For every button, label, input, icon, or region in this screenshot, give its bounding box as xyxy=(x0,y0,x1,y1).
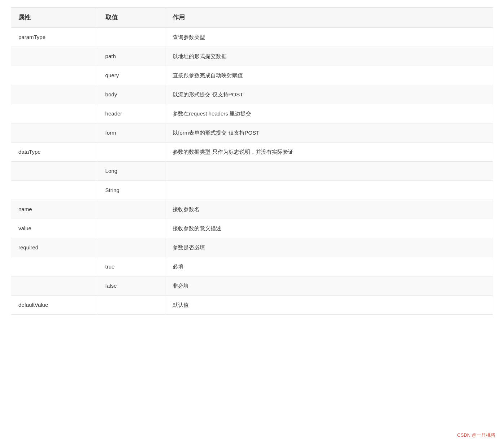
cell-desc: 以form表单的形式提交 仅支持POST xyxy=(165,123,493,143)
cell-desc: 直接跟参数完成自动映射赋值 xyxy=(165,66,493,85)
cell-desc: 参数在request headers 里边提交 xyxy=(165,104,493,123)
cell-desc: 必填 xyxy=(165,257,493,276)
table-row: defaultValue默认值 xyxy=(11,296,493,315)
cell-desc: 参数是否必填 xyxy=(165,238,493,257)
cell-attr: value xyxy=(11,219,98,238)
table-row: paramType查询参数类型 xyxy=(11,28,493,47)
cell-value xyxy=(98,219,165,238)
cell-value: query xyxy=(98,66,165,85)
table-row: query直接跟参数完成自动映射赋值 xyxy=(11,66,493,85)
cell-value: String xyxy=(98,181,165,200)
cell-value: false xyxy=(98,276,165,296)
table-row: Long xyxy=(11,162,493,181)
table-row: true必填 xyxy=(11,257,493,276)
header-desc: 作用 xyxy=(165,8,493,28)
main-table: 属性 取值 作用 paramType查询参数类型path以地址的形式提交数据qu… xyxy=(11,8,493,315)
cell-desc: 默认值 xyxy=(165,296,493,315)
table-row: form以form表单的形式提交 仅支持POST xyxy=(11,123,493,143)
cell-attr xyxy=(11,47,98,66)
table-row: required参数是否必填 xyxy=(11,238,493,257)
cell-desc: 非必填 xyxy=(165,276,493,296)
page-container: 属性 取值 作用 paramType查询参数类型path以地址的形式提交数据qu… xyxy=(0,0,504,445)
cell-attr xyxy=(11,104,98,123)
cell-value xyxy=(98,200,165,219)
header-value: 取值 xyxy=(98,8,165,28)
table-row: path以地址的形式提交数据 xyxy=(11,47,493,66)
cell-value: Long xyxy=(98,162,165,181)
table-row: body以流的形式提交 仅支持POST xyxy=(11,85,493,104)
cell-attr: dataType xyxy=(11,143,98,162)
cell-attr: name xyxy=(11,200,98,219)
cell-desc: 接收参数名 xyxy=(165,200,493,219)
table-row: name接收参数名 xyxy=(11,200,493,219)
cell-attr xyxy=(11,276,98,296)
cell-desc: 参数的数据类型 只作为标志说明，并没有实际验证 xyxy=(165,143,493,162)
table-row: dataType参数的数据类型 只作为标志说明，并没有实际验证 xyxy=(11,143,493,162)
table-header-row: 属性 取值 作用 xyxy=(11,8,493,28)
cell-desc: 以地址的形式提交数据 xyxy=(165,47,493,66)
cell-value: header xyxy=(98,104,165,123)
table-row: String xyxy=(11,181,493,200)
cell-value xyxy=(98,28,165,47)
table-row: value接收参数的意义描述 xyxy=(11,219,493,238)
cell-attr xyxy=(11,123,98,143)
cell-desc: 查询参数类型 xyxy=(165,28,493,47)
cell-value: true xyxy=(98,257,165,276)
cell-attr xyxy=(11,181,98,200)
cell-value: body xyxy=(98,85,165,104)
cell-value xyxy=(98,296,165,315)
cell-desc: 以流的形式提交 仅支持POST xyxy=(165,85,493,104)
cell-desc: 接收参数的意义描述 xyxy=(165,219,493,238)
cell-desc xyxy=(165,181,493,200)
cell-attr xyxy=(11,66,98,85)
cell-desc xyxy=(165,162,493,181)
table-row: false非必填 xyxy=(11,276,493,296)
watermark: CSDN @一只桃猪 xyxy=(457,432,495,439)
table-wrapper: 属性 取值 作用 paramType查询参数类型path以地址的形式提交数据qu… xyxy=(11,7,493,315)
cell-value xyxy=(98,143,165,162)
cell-attr xyxy=(11,162,98,181)
header-attr: 属性 xyxy=(11,8,98,28)
cell-attr xyxy=(11,257,98,276)
cell-attr: defaultValue xyxy=(11,296,98,315)
table-row: header参数在request headers 里边提交 xyxy=(11,104,493,123)
cell-attr xyxy=(11,85,98,104)
cell-attr: required xyxy=(11,238,98,257)
cell-attr: paramType xyxy=(11,28,98,47)
cell-value: form xyxy=(98,123,165,143)
cell-value: path xyxy=(98,47,165,66)
cell-value xyxy=(98,238,165,257)
